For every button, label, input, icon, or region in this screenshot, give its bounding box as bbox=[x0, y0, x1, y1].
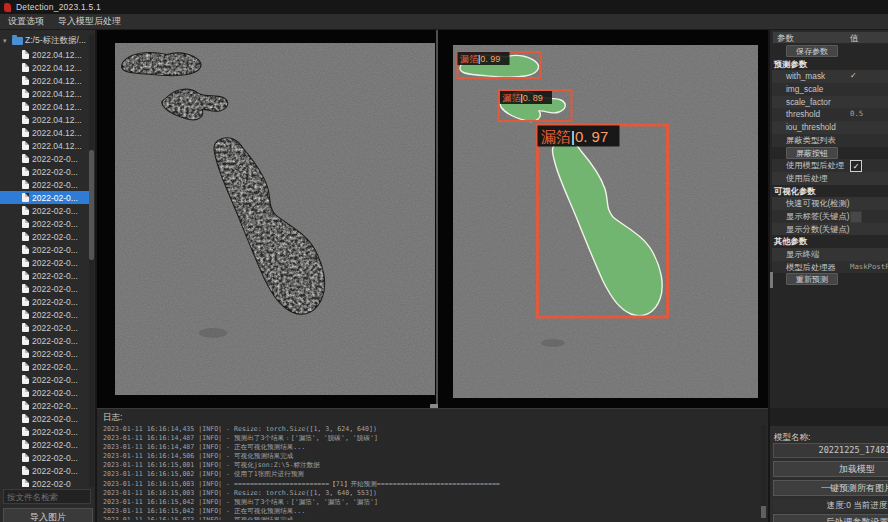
log-line: 2023-01-11 16:16:15,042 |INFO| - 预测出了3个结… bbox=[103, 498, 758, 507]
file-tree-item[interactable]: 2022-02-0... bbox=[0, 373, 90, 386]
file-icon bbox=[22, 440, 29, 449]
param-row[interactable]: 显示标签(关键点) 显示标签(关键点) bbox=[772, 210, 888, 223]
param-value[interactable]: ✓ bbox=[850, 71, 857, 80]
menu-item-import-postprocess[interactable]: 导入模型后处理 bbox=[58, 15, 121, 28]
file-tree-item[interactable]: 2022-02-0... bbox=[0, 425, 90, 438]
file-tree-item[interactable]: 2022-02-0... bbox=[0, 243, 90, 256]
scrollbar-handle[interactable] bbox=[761, 506, 766, 518]
file-name: 2022-02-0... bbox=[32, 427, 78, 437]
param-label: 快速可视化(检测) bbox=[786, 198, 850, 209]
file-name: 2022-02-0... bbox=[32, 453, 78, 463]
file-tree-item[interactable]: 2022-02-0... bbox=[0, 464, 90, 477]
param-inline-button[interactable]: 保存参数 bbox=[786, 45, 838, 57]
original-image-panel[interactable] bbox=[97, 30, 436, 408]
file-tree-item[interactable]: 2022-02-0... bbox=[0, 308, 90, 321]
param-label: 屏蔽类型列表 bbox=[786, 135, 836, 146]
filename-search-input[interactable] bbox=[3, 489, 91, 504]
file-icon bbox=[22, 180, 29, 189]
file-tree-item[interactable]: 2022.04.12... bbox=[0, 61, 90, 74]
param-value[interactable] bbox=[850, 211, 862, 223]
param-row[interactable]: 重新预测 重新预测 bbox=[772, 273, 888, 286]
param-row[interactable]: 屏蔽类型列表 屏蔽类型列表 bbox=[772, 134, 888, 147]
param-value[interactable]: ✓ bbox=[850, 160, 862, 172]
param-value[interactable]: 0.5 bbox=[850, 109, 863, 118]
postprocess-settings-button[interactable]: 后处理参数设置 bbox=[773, 514, 888, 522]
param-inline-button[interactable]: 屏蔽按钮 bbox=[786, 147, 838, 159]
file-tree-item[interactable]: 2022-02-0... bbox=[0, 165, 90, 178]
param-row[interactable]: threshold 0.5 threshold bbox=[772, 108, 888, 121]
file-tree-item[interactable]: 2022-02-0... bbox=[0, 256, 90, 269]
param-row[interactable]: 可视化参数 可视化参数 bbox=[772, 185, 888, 198]
file-tree-item[interactable]: 2022-02-0 bbox=[0, 477, 90, 487]
param-label: 使用模型后处理 bbox=[786, 160, 844, 171]
prediction-image: 漏箔|0. 99 漏箔|0. 89 漏箔|0. 97 bbox=[453, 45, 758, 398]
file-tree-item[interactable]: 2022-02-0... bbox=[0, 321, 90, 334]
file-icon bbox=[22, 219, 29, 228]
param-row[interactable]: 屏蔽按钮 屏蔽按钮 bbox=[772, 147, 888, 160]
file-tree-item[interactable]: 2022.04.12... bbox=[0, 87, 90, 100]
file-name: 2022-02-0... bbox=[32, 323, 78, 333]
file-tree-item[interactable]: 2022-02-0... bbox=[0, 360, 90, 373]
param-row[interactable]: 显示分数(关键点) 显示分数(关键点) bbox=[772, 223, 888, 236]
file-tree-item[interactable]: 2022-02-0... bbox=[0, 217, 90, 230]
param-row[interactable]: 显示终端 显示终端 bbox=[772, 248, 888, 261]
file-tree-item[interactable]: 2022.04.12... bbox=[0, 48, 90, 61]
file-tree-item[interactable]: 2022-02-0... bbox=[0, 204, 90, 217]
file-tree-item[interactable]: 2022.04.12... bbox=[0, 74, 90, 87]
file-tree-item[interactable]: 2022-02-0... bbox=[0, 269, 90, 282]
file-icon bbox=[22, 349, 29, 358]
file-tree-item[interactable]: 2022-02-0... bbox=[0, 386, 90, 399]
model-name-field[interactable]: 20221225_174813 bbox=[773, 443, 888, 458]
load-model-button[interactable]: 加载模型 bbox=[773, 461, 888, 477]
menu-item-settings[interactable]: 设置选项 bbox=[8, 15, 44, 28]
file-tree-item[interactable]: 2022-02-0... bbox=[0, 451, 90, 464]
param-inline-button[interactable]: 重新预测 bbox=[786, 273, 838, 285]
predict-all-button[interactable]: 一键预测所有图片 bbox=[773, 480, 888, 496]
file-tree-item[interactable]: 2022-02-0... bbox=[0, 347, 90, 360]
param-row[interactable]: 使用后处理 使用后处理 bbox=[772, 172, 888, 185]
param-row[interactable]: 其他参数 其他参数 bbox=[772, 235, 888, 248]
file-tree-item[interactable]: 2022-02-0... bbox=[0, 230, 90, 243]
param-row[interactable]: scale_factor scale_factor bbox=[772, 96, 888, 109]
sidebar-scrollbar[interactable] bbox=[89, 35, 94, 487]
progress-status: 速度:0 当前进度 bbox=[773, 499, 888, 512]
file-tree-item[interactable]: 2022.04.12... bbox=[0, 100, 90, 113]
import-images-button[interactable]: 导入图片 bbox=[3, 508, 93, 522]
param-row[interactable]: iou_threshold iou_threshold bbox=[772, 121, 888, 134]
file-icon bbox=[22, 167, 29, 176]
prediction-image-panel[interactable]: 漏箔|0. 99 漏箔|0. 89 漏箔|0. 97 bbox=[438, 30, 768, 408]
file-tree-item[interactable]: 2022.04.12... bbox=[0, 139, 90, 152]
file-icon bbox=[22, 466, 29, 475]
file-tree-item[interactable]: 2022.04.12... bbox=[0, 113, 90, 126]
file-tree-item[interactable]: 2022-02-0... bbox=[0, 282, 90, 295]
file-name: 2022-02-0... bbox=[32, 362, 78, 372]
param-row[interactable]: 预测参数 预测参数 bbox=[772, 58, 888, 71]
file-name: 2022-02-0... bbox=[32, 414, 78, 424]
file-icon bbox=[22, 50, 29, 59]
file-tree[interactable]: ▾ Z:/5-标注数据/... 2022.04.12... 2022.04.12… bbox=[0, 34, 90, 487]
log-output[interactable]: 2023-01-11 16:16:14,435 |INFO| - Resize:… bbox=[103, 425, 758, 520]
file-tree-item[interactable]: 2022-02-0... bbox=[0, 399, 90, 412]
scrollbar-handle[interactable] bbox=[89, 150, 94, 260]
param-row[interactable]: img_scale img_scale bbox=[772, 83, 888, 96]
params-scrollbar-handle[interactable] bbox=[770, 272, 773, 288]
tree-root-label: Z:/5-标注数据/... bbox=[25, 35, 86, 47]
file-tree-item[interactable]: 2022-02-0... bbox=[0, 412, 90, 425]
param-row[interactable]: with_mask ✓ with_mask bbox=[772, 70, 888, 83]
param-row[interactable]: 模型后处理器 MaskPostPro 模型后处理器 bbox=[772, 261, 888, 274]
file-tree-item[interactable]: 2022-02-0... bbox=[0, 295, 90, 308]
file-tree-item[interactable]: 2022-02-0... bbox=[0, 334, 90, 347]
file-tree-item[interactable]: 2022-02-0... bbox=[0, 178, 90, 191]
param-value[interactable]: MaskPostPro bbox=[850, 262, 888, 271]
file-icon bbox=[22, 115, 29, 124]
file-tree-item[interactable]: 2022-02-0... bbox=[0, 438, 90, 451]
file-tree-item[interactable]: 2022-02-0... bbox=[0, 152, 90, 165]
param-row[interactable]: 使用模型后处理 ✓ 使用模型后处理 bbox=[772, 159, 888, 172]
tree-root[interactable]: ▾ Z:/5-标注数据/... bbox=[0, 34, 90, 48]
chevron-down-icon[interactable]: ▾ bbox=[3, 37, 10, 45]
param-row[interactable]: 快速可视化(检测) 快速可视化(检测) bbox=[772, 197, 888, 210]
log-scrollbar[interactable] bbox=[761, 425, 766, 518]
param-row[interactable]: 保存参数 保存参数 bbox=[772, 45, 888, 58]
file-tree-item[interactable]: 2022-02-0... bbox=[0, 191, 90, 204]
file-tree-item[interactable]: 2022.04.12... bbox=[0, 126, 90, 139]
